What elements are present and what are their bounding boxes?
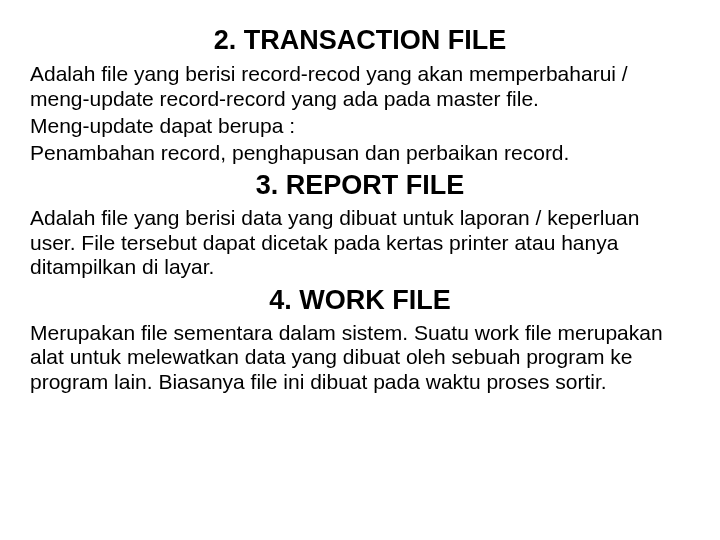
- section-work-file: Merupakan file sementara dalam sistem. S…: [30, 321, 690, 395]
- paragraph: Meng-update dapat berupa :: [30, 114, 690, 139]
- section-report-file: Adalah file yang berisi data yang dibuat…: [30, 206, 690, 280]
- heading-report-file: 3. REPORT FILE: [30, 169, 690, 201]
- paragraph: Penambahan record, penghapusan dan perba…: [30, 141, 690, 166]
- paragraph: Adalah file yang berisi data yang dibuat…: [30, 206, 690, 280]
- heading-work-file: 4. WORK FILE: [30, 284, 690, 316]
- section-transaction-file: Adalah file yang berisi record-recod yan…: [30, 62, 690, 165]
- document-page: 2. TRANSACTION FILE Adalah file yang ber…: [0, 0, 720, 419]
- heading-transaction-file: 2. TRANSACTION FILE: [30, 24, 690, 56]
- paragraph: Merupakan file sementara dalam sistem. S…: [30, 321, 690, 395]
- paragraph: Adalah file yang berisi record-recod yan…: [30, 62, 690, 112]
